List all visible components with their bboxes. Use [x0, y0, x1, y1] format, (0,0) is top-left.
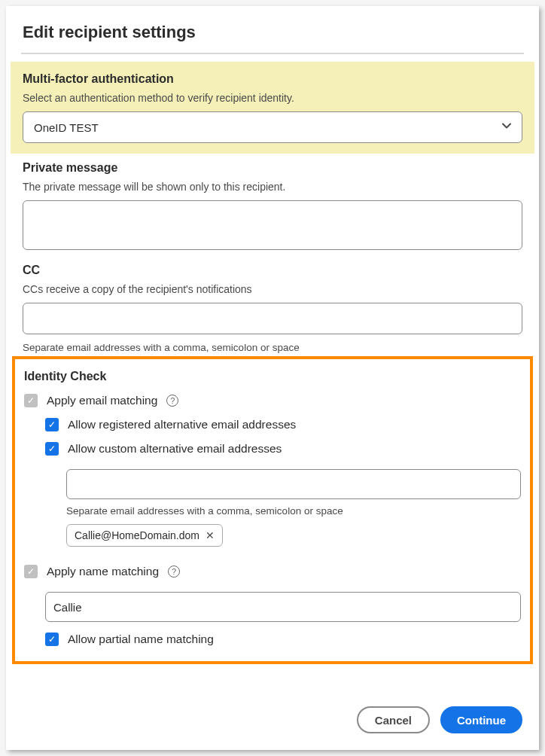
allow-custom-checkbox[interactable]: ✓	[45, 442, 59, 456]
private-message-desc: The private message will be shown only t…	[23, 181, 522, 193]
identity-check-section: Identity Check ✓ Apply email matching ? …	[12, 356, 533, 664]
custom-alt-helper: Separate email addresses with a comma, s…	[66, 505, 521, 517]
page-title: Edit recipient settings	[6, 6, 539, 50]
custom-alt-email-input[interactable]	[66, 469, 521, 499]
private-message-title: Private message	[23, 161, 522, 175]
mfa-title: Multi-factor authentication	[23, 72, 522, 86]
check-icon: ✓	[27, 396, 35, 405]
identity-title: Identity Check	[24, 370, 521, 383]
cc-title: CC	[23, 264, 522, 277]
info-icon[interactable]: ?	[166, 395, 178, 407]
close-icon[interactable]: ✕	[206, 529, 215, 541]
mfa-desc: Select an authentication method to verif…	[23, 92, 522, 104]
check-icon: ✓	[48, 444, 56, 453]
apply-name-matching-checkbox[interactable]: ✓	[24, 565, 38, 578]
name-matching-input[interactable]	[45, 592, 521, 622]
allow-partial-row: ✓ Allow partial name matching	[45, 633, 521, 646]
divider	[21, 53, 524, 54]
check-icon: ✓	[27, 567, 35, 576]
footer: Cancel Continue	[357, 706, 522, 733]
private-message-section: Private message The private message will…	[6, 154, 539, 256]
private-message-input[interactable]	[23, 200, 522, 250]
apply-email-matching-row: ✓ Apply email matching ?	[24, 394, 521, 407]
allow-registered-checkbox[interactable]: ✓	[45, 418, 59, 431]
apply-name-matching-label: Apply name matching	[47, 565, 159, 578]
allow-partial-checkbox[interactable]: ✓	[45, 633, 59, 646]
mfa-section: Multi-factor authentication Select an au…	[11, 62, 534, 154]
check-icon: ✓	[48, 420, 56, 429]
cc-desc: CCs receive a copy of the recipient's no…	[23, 283, 522, 295]
info-icon[interactable]: ?	[168, 565, 180, 578]
allow-partial-label: Allow partial name matching	[68, 633, 214, 646]
mfa-select-value: OneID TEST	[34, 121, 99, 134]
mfa-select-wrap: OneID TEST	[23, 111, 522, 143]
email-chip: Callie@HomeDomain.dom ✕	[66, 524, 223, 547]
cc-input[interactable]	[23, 303, 522, 334]
apply-name-matching-row: ✓ Apply name matching ?	[24, 565, 521, 578]
cc-helper: Separate email addresses with a comma, s…	[23, 342, 522, 353]
apply-email-matching-checkbox[interactable]: ✓	[24, 394, 38, 407]
email-chip-label: Callie@HomeDomain.dom	[75, 529, 199, 541]
allow-custom-row: ✓ Allow custom alternative email address…	[45, 442, 521, 456]
continue-button[interactable]: Continue	[440, 706, 522, 733]
cc-section: CC CCs receive a copy of the recipient's…	[6, 256, 539, 337]
allow-registered-row: ✓ Allow registered alternative email add…	[45, 418, 521, 431]
apply-email-matching-label: Apply email matching	[47, 394, 157, 407]
allow-custom-label: Allow custom alternative email addresses	[68, 442, 282, 456]
cancel-button[interactable]: Cancel	[357, 706, 430, 733]
mfa-select[interactable]: OneID TEST	[23, 111, 522, 143]
allow-registered-label: Allow registered alternative email addre…	[68, 418, 296, 431]
settings-panel: Edit recipient settings Multi-factor aut…	[6, 6, 539, 750]
check-icon: ✓	[48, 635, 56, 644]
